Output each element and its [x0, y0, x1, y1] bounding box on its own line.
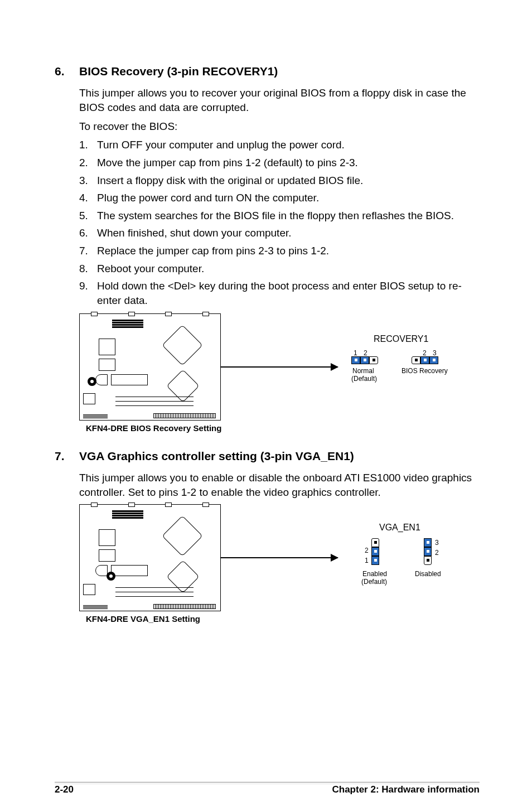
vga-jumper-area: VGA_EN1 2 1 Enabled (Default) 3 2 Disabl… [340, 521, 480, 594]
motherboard-illustration-2 [79, 504, 221, 611]
motherboard-illustration [79, 313, 221, 421]
jumper-recovery [412, 356, 438, 364]
step-1: Turn OFF your computer and unplug the po… [97, 138, 345, 152]
vga-pin-2: 2 [365, 546, 369, 555]
arrow-icon-2 [221, 557, 338, 558]
footer: 2-20 Chapter 2: Hardware information [55, 784, 480, 796]
step-3: Insert a floppy disk with the original o… [97, 173, 363, 188]
vga-caption: KFN4-DRE VGA_EN1 Setting [86, 613, 480, 625]
section-7-number: 7. [55, 448, 79, 464]
recovery-caption: KFN4-DRE BIOS Recovery Setting [86, 423, 480, 434]
jumper-disabled-label: Disabled [415, 569, 441, 578]
jumper-enabled [371, 538, 379, 565]
jumper-normal [351, 356, 378, 364]
recovery-diagram: RECOVERY1 1 2 Normal (Default) 2 3 BIOS … [79, 313, 480, 421]
step-8: Reboot your computer. [97, 262, 204, 276]
step-9: Hold down the <Del> key during the boot … [97, 279, 480, 307]
vga-pin-2b: 2 [435, 548, 439, 557]
section-6-number: 6. [55, 64, 79, 79]
step-4: Plug the power cord and turn ON the comp… [97, 191, 319, 205]
arrow-icon [221, 366, 338, 368]
jumper-normal-sub: (Default) [351, 374, 377, 383]
recovery-jumper-area: RECOVERY1 1 2 Normal (Default) 2 3 BIOS … [340, 331, 480, 403]
jumper-enabled-sub: (Default) [361, 577, 387, 586]
vga-diagram: VGA_EN1 2 1 Enabled (Default) 3 2 Disabl… [79, 504, 480, 611]
step-6: When finished, shut down your computer. [97, 226, 292, 240]
section-7-intro: This jumper allows you to enable or disa… [79, 471, 480, 499]
page-number: 2-20 [55, 784, 74, 796]
jumper-recovery-label: BIOS Recovery [402, 366, 448, 375]
section-6-heading: 6. BIOS Recovery (3-pin RECOVERY1) [55, 64, 480, 79]
recovery-header: RECOVERY1 [374, 333, 428, 345]
vga-pin-1: 1 [365, 556, 369, 565]
section-6-intro: This jumper allows you to recover your o… [79, 86, 480, 114]
step-5: The system searches for the BIOS file in… [97, 209, 454, 223]
section-6-steps: 1.Turn OFF your computer and unplug the … [79, 138, 480, 307]
vga-header: VGA_EN1 [379, 521, 420, 534]
section-6-lead: To recover the BIOS: [79, 119, 480, 134]
section-6-title: BIOS Recovery (3-pin RECOVERY1) [79, 64, 278, 79]
section-7-title: VGA Graphics controller setting (3-pin V… [79, 448, 354, 464]
step-2: Move the jumper cap from pins 1-2 (defau… [97, 156, 358, 170]
chapter-label: Chapter 2: Hardware information [332, 784, 480, 796]
jumper-disabled [424, 538, 432, 565]
section-7-heading: 7. VGA Graphics controller setting (3-pi… [55, 448, 480, 464]
step-7: Replace the jumper cap from pins 2-3 to … [97, 244, 329, 258]
vga-pin-3: 3 [435, 538, 439, 547]
